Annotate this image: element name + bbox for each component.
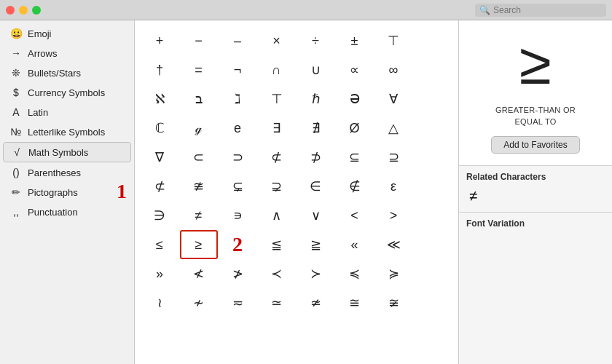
symbol-cell[interactable]: ⊄ xyxy=(141,172,178,201)
symbol-cell[interactable]: ∪ xyxy=(297,55,334,84)
symbol-cell[interactable]: ∄ xyxy=(297,114,334,143)
symbol-cell[interactable]: ≻ xyxy=(297,259,334,288)
symbol-cell[interactable]: ± xyxy=(336,26,374,55)
sidebar-item-pictographs[interactable]: ✏Pictographs1 xyxy=(3,183,131,202)
symbol-cell[interactable]: ≠ xyxy=(180,201,218,230)
symbol-cell[interactable]: ℊ xyxy=(180,114,218,143)
symbol-cell[interactable]: e xyxy=(219,114,256,143)
symbol-cell[interactable]: ∝ xyxy=(336,55,374,84)
symbol-cell[interactable]: ≼ xyxy=(336,259,374,288)
symbol-cell[interactable]: ℏ xyxy=(297,84,334,114)
symbol-cell[interactable]: > xyxy=(374,201,412,230)
symbol-cell[interactable]: ≧ xyxy=(297,230,334,259)
sidebar-item-letterlike[interactable]: №Letterlike Symbols xyxy=(3,122,131,141)
symbol-cell[interactable]: ∧ xyxy=(258,201,296,230)
minimize-button[interactable] xyxy=(19,6,28,15)
symbol-cell[interactable]: ≀ xyxy=(141,288,178,317)
symbol-cell[interactable]: ⊃ xyxy=(219,143,256,172)
close-button[interactable] xyxy=(6,6,15,15)
symbol-cell[interactable] xyxy=(414,288,452,317)
symbol-cell[interactable]: ⊇ xyxy=(374,143,412,172)
symbol-cell[interactable] xyxy=(414,230,452,259)
symbol-cell[interactable]: ב xyxy=(180,84,218,114)
symbol-cell[interactable]: ⊊ xyxy=(219,172,256,201)
symbol-cell[interactable]: △ xyxy=(374,114,412,143)
symbol-cell[interactable]: ∞ xyxy=(374,55,412,84)
symbol-cell[interactable] xyxy=(414,114,452,143)
symbol-cell[interactable]: ∨ xyxy=(297,201,334,230)
sidebar-item-arrows[interactable]: →Arrows xyxy=(3,44,131,63)
symbol-cell[interactable] xyxy=(414,84,452,114)
symbol-cell[interactable]: ∃ xyxy=(258,114,296,143)
symbol-cell[interactable]: † xyxy=(141,55,178,84)
symbol-cell[interactable]: ≽ xyxy=(374,259,412,288)
symbol-cell[interactable]: ⊆ xyxy=(336,143,374,172)
sidebar-item-parentheses[interactable]: ()Parentheses xyxy=(3,163,131,182)
sidebar-item-latin[interactable]: ALatin xyxy=(3,103,131,122)
symbol-cell[interactable]: ⊂ xyxy=(180,143,218,172)
symbol-cell[interactable]: ≆ xyxy=(374,288,412,317)
symbol-cell[interactable] xyxy=(414,143,452,172)
sidebar-item-emoji[interactable]: 😀Emoji xyxy=(3,24,131,43)
sidebar-item-bullets[interactable]: ❊Bullets/Stars xyxy=(3,63,131,82)
symbol-cell[interactable]: » xyxy=(141,259,178,288)
symbol-cell[interactable]: – xyxy=(219,26,256,55)
symbol-cell[interactable]: Ə xyxy=(336,84,374,114)
symbol-cell[interactable]: ℷ xyxy=(219,84,256,114)
maximize-button[interactable] xyxy=(32,6,41,15)
symbol-cell[interactable]: ∋ xyxy=(141,201,178,230)
symbol-cell[interactable]: ≅ xyxy=(336,288,374,317)
symbol-cell[interactable] xyxy=(414,26,452,55)
sidebar-item-currency[interactable]: $Currency Symbols xyxy=(3,83,131,102)
symbol-cell[interactable]: ∀ xyxy=(374,84,412,114)
symbol-cell[interactable]: ⊤ xyxy=(374,26,412,55)
search-input[interactable] xyxy=(493,5,602,15)
symbol-cell[interactable]: ℵ xyxy=(141,84,178,114)
symbol-cell[interactable]: ∩ xyxy=(258,55,296,84)
symbol-cell[interactable]: + xyxy=(141,26,178,55)
symbol-cell[interactable]: ⊋ xyxy=(258,172,296,201)
symbol-cell[interactable]: ⊤ xyxy=(258,84,296,114)
search-box[interactable]: 🔍 xyxy=(475,4,606,17)
symbol-cell[interactable] xyxy=(414,259,452,288)
symbol-cell[interactable]: ℂ xyxy=(141,114,178,143)
symbol-cell[interactable]: ∉ xyxy=(336,172,374,201)
symbol-cell[interactable]: « xyxy=(336,230,374,259)
symbol-cell[interactable]: ≁ xyxy=(180,288,218,317)
symbol-cell[interactable]: ≺ xyxy=(258,259,296,288)
symbol-cell[interactable]: ⊅ xyxy=(297,143,334,172)
symbol-cell[interactable]: ≥ xyxy=(180,230,218,259)
symbol-cell[interactable]: ∍ xyxy=(219,201,256,230)
symbol-cell[interactable]: ≮ xyxy=(180,259,218,288)
symbol-cell[interactable]: ≄ xyxy=(297,288,334,317)
symbol-cell[interactable]: − xyxy=(180,26,218,55)
sidebar-item-math[interactable]: √Math Symbols xyxy=(3,142,131,162)
symbol-cell[interactable] xyxy=(414,55,452,84)
symbol-cell[interactable]: ε xyxy=(374,172,412,201)
symbol-cell[interactable]: ÷ xyxy=(297,26,334,55)
symbol-cell[interactable]: ¬ xyxy=(219,55,256,84)
symbol-cell[interactable]: ≦ xyxy=(258,230,296,259)
related-chars: ≠ xyxy=(466,186,605,206)
symbol-cell[interactable] xyxy=(414,201,452,230)
symbol-cell[interactable]: ≇ xyxy=(180,172,218,201)
symbol-cell[interactable]: = xyxy=(180,55,218,84)
symbol-cell[interactable]: ≃ xyxy=(258,288,296,317)
symbol-cell[interactable]: ∇ xyxy=(141,143,178,172)
symbol-cell[interactable]: ⊄ xyxy=(258,143,296,172)
symbol-cell[interactable]: ≤ xyxy=(141,230,178,259)
symbol-cell[interactable]: < xyxy=(336,201,374,230)
symbol-cell[interactable]: ≪ xyxy=(374,230,412,259)
symbol-cell[interactable]: × xyxy=(258,26,296,55)
add-to-favorites-button[interactable]: Add to Favorites xyxy=(491,136,579,154)
symbol-cell[interactable]: ≯ xyxy=(219,259,256,288)
sidebar-item-punctuation[interactable]: ,,Punctuation xyxy=(3,202,131,221)
symbol-cell[interactable]: Ø xyxy=(336,114,374,143)
symbol-cell[interactable]: 2 xyxy=(219,230,256,259)
detail-panel-scroll[interactable]: Related Characters ≠ Font Variation xyxy=(459,166,612,364)
symbol-grid-area[interactable]: +−–×÷±⊤†=¬∩∪∝∞ℵבℷ⊤ℏƏ∀ℂℊe∃∄Ø△∇⊂⊃⊄⊅⊆⊇⊄≇⊊⊋∈… xyxy=(135,20,459,364)
symbol-cell[interactable]: ≂ xyxy=(219,288,256,317)
related-char[interactable]: ≠ xyxy=(466,186,480,206)
symbol-cell[interactable]: ∈ xyxy=(297,172,334,201)
symbol-cell[interactable] xyxy=(414,172,452,201)
